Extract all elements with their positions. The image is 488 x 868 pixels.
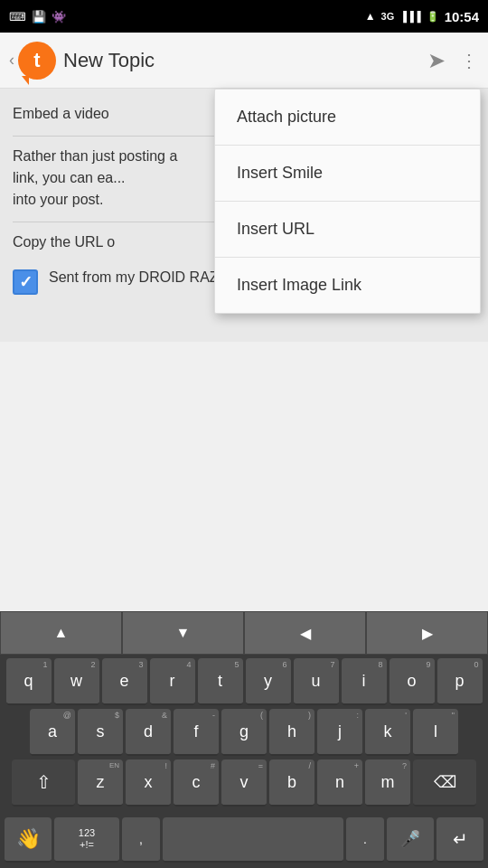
nav-up-button[interactable]: ▲	[0, 611, 122, 655]
wifi-icon: ▲	[365, 10, 376, 23]
signature-checkbox[interactable]: ✓	[13, 269, 38, 295]
key-l[interactable]: "l	[413, 709, 458, 756]
key-s[interactable]: $s	[78, 709, 123, 756]
key-k[interactable]: 'k	[365, 709, 410, 756]
dropdown-item-insert-image-link[interactable]: Insert Image Link	[215, 258, 480, 313]
key-row-3: ⇧ ENz !x #c =v /b +n ?m ⌫	[2, 760, 486, 807]
key-z[interactable]: ENz	[78, 760, 123, 807]
more-options-button[interactable]: ⋮	[460, 50, 479, 71]
key-t[interactable]: 5t	[198, 658, 243, 705]
key-j[interactable]: :j	[317, 709, 362, 756]
period-key[interactable]: .	[346, 817, 384, 863]
key-x[interactable]: !x	[126, 760, 171, 807]
app-icon: 👾	[52, 10, 66, 24]
logo-letter: t	[33, 49, 40, 72]
key-o[interactable]: 9o	[389, 658, 435, 705]
dropdown-item-insert-url[interactable]: Insert URL	[215, 202, 480, 258]
key-b[interactable]: /b	[269, 760, 314, 807]
key-n[interactable]: +n	[317, 760, 362, 807]
sd-icon: 💾	[32, 10, 46, 24]
time-display: 10:54	[445, 9, 479, 24]
key-y[interactable]: 6y	[246, 658, 291, 705]
status-bar: ⌨ 💾 👾 ▲ 3G ▐▐▐ 🔋 10:54	[0, 0, 488, 33]
keyboard-nav-row: ▲ ▼ ◀ ▶	[0, 611, 488, 655]
key-i[interactable]: 8i	[342, 658, 387, 705]
key-d[interactable]: &d	[126, 709, 171, 756]
network-3g: 3G	[381, 11, 395, 22]
status-bar-right: ▲ 3G ▐▐▐ 🔋 10:54	[365, 9, 479, 24]
app-logo: t	[18, 42, 56, 80]
app-bar-actions: ➤ ⋮	[427, 48, 479, 73]
key-f[interactable]: -f	[174, 709, 219, 756]
key-w[interactable]: 2w	[54, 658, 99, 705]
app-bar: ‹ t New Topic ➤ ⋮	[0, 33, 488, 89]
key-p[interactable]: 0p	[437, 658, 483, 705]
nav-down-button[interactable]: ▼	[122, 611, 244, 655]
key-u[interactable]: 7u	[294, 658, 339, 705]
dropdown-item-attach-picture[interactable]: Attach picture	[215, 90, 480, 146]
signal-icon: ▐▐▐	[399, 11, 420, 22]
key-r[interactable]: 4r	[150, 658, 195, 705]
key-m[interactable]: ?m	[365, 760, 410, 807]
shift-key[interactable]: ⇧	[12, 760, 75, 807]
keyboard-area: ▲ ▼ ◀ ▶ 1q 2w 3e 4r 5t 6y 7u 8i 9o 0p @a…	[0, 611, 488, 868]
microphone-key[interactable]: 🎤	[387, 817, 434, 863]
nav-left-button[interactable]: ◀	[244, 611, 366, 655]
space-key[interactable]	[163, 817, 343, 863]
key-v[interactable]: =v	[221, 760, 267, 807]
battery-icon: 🔋	[427, 11, 439, 23]
keyboard-rows: 1q 2w 3e 4r 5t 6y 7u 8i 9o 0p @a $s &d -…	[0, 655, 488, 814]
page-title: New Topic	[63, 49, 427, 72]
back-arrow-icon[interactable]: ‹	[9, 51, 14, 70]
keyboard-bottom-row: 👋 123+!= , . 🎤 ↵	[0, 814, 488, 868]
nav-right-button[interactable]: ▶	[366, 611, 488, 655]
emoji-key[interactable]: 👋	[5, 817, 52, 863]
numbers-key[interactable]: 123+!=	[54, 817, 119, 863]
comma-key[interactable]: ,	[122, 817, 160, 863]
dropdown-item-insert-smile[interactable]: Insert Smile	[215, 146, 480, 202]
backspace-key[interactable]: ⌫	[413, 760, 476, 807]
key-e[interactable]: 3e	[102, 658, 147, 705]
key-h[interactable]: )h	[269, 709, 314, 756]
key-a[interactable]: @a	[30, 709, 75, 756]
key-row-1: 1q 2w 3e 4r 5t 6y 7u 8i 9o 0p	[2, 658, 486, 705]
send-button[interactable]: ➤	[427, 48, 446, 73]
dropdown-menu: Attach picture Insert Smile Insert URL I…	[214, 89, 481, 314]
key-q[interactable]: 1q	[6, 658, 52, 705]
key-c[interactable]: #c	[174, 760, 219, 807]
key-g[interactable]: (g	[221, 709, 267, 756]
keyboard-icon: ⌨	[9, 10, 26, 24]
status-bar-left: ⌨ 💾 👾	[9, 10, 66, 24]
check-icon: ✓	[19, 272, 33, 292]
enter-key[interactable]: ↵	[436, 817, 483, 863]
key-row-2: @a $s &d -f (g )h :j 'k "l	[2, 709, 486, 756]
